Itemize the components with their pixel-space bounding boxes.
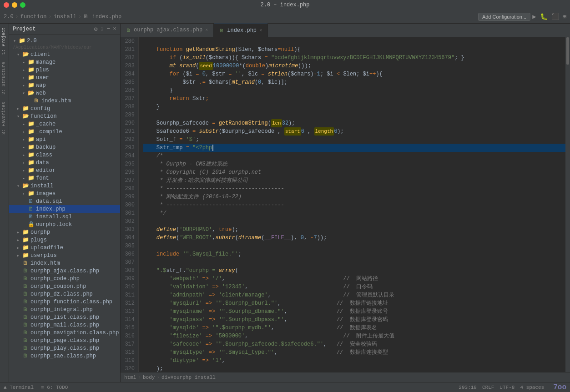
tree-item-client[interactable]: ▾ 📂 client xyxy=(9,50,120,58)
tree-item-function[interactable]: ▾ 📂 function xyxy=(9,112,120,120)
terminal-label[interactable]: ▲ Terminal xyxy=(4,385,34,390)
code-line-310: 'validation' => '12345', // 口令码 xyxy=(143,283,565,291)
editor-minimap-scrollbar[interactable] xyxy=(565,37,570,372)
sort-icon[interactable]: ↕ xyxy=(101,25,104,33)
editor-area: 🗎 ourphp_ajax.class.php × 🗎 index.php × … xyxy=(121,24,570,382)
file-tree-header: Project ⚙ ↕ − × xyxy=(9,24,120,35)
tree-item-ourphp-code[interactable]: 🗎 ourphp_code.php xyxy=(9,275,120,282)
code-line-289 xyxy=(143,111,565,119)
code-line-286: } xyxy=(143,86,565,95)
tree-item-class[interactable]: ▸ 📁 class xyxy=(9,151,120,159)
breadcrumb-div: div#ourphp_install xyxy=(161,375,216,380)
tree-item-uploadfile[interactable]: ▸ 📁 uploadfile xyxy=(9,244,120,251)
tree-root[interactable]: ▾ 📁 2.0 xyxy=(9,37,120,45)
code-area[interactable]: function getRandomString($len, $chars=nu… xyxy=(139,37,565,372)
tree-item-plus[interactable]: ▸ 📁 plus xyxy=(9,66,120,74)
code-line-314: 'mysqlpass' => '".$ourphp_dbpass."', // … xyxy=(143,316,565,324)
settings-icon[interactable]: ⚙ xyxy=(94,25,98,33)
stop-icon[interactable]: ⬛ xyxy=(551,13,559,20)
tree-item-userplus[interactable]: ▸ 📁 userplus xyxy=(9,251,120,259)
tree-item-ourphp-lock[interactable]: 🔒 ourphp.lock xyxy=(9,221,120,228)
file-tree-content[interactable]: ▾ 📁 2.0 /Applications/MAMP/htdocs/our ▾ … xyxy=(9,35,120,382)
tree-item-install[interactable]: ▾ 📂 install xyxy=(9,182,120,190)
scroll-thumb[interactable] xyxy=(566,37,569,65)
tree-item-font[interactable]: ▸ 📁 font xyxy=(9,174,120,182)
breadcrumb-bar: html › body › div#ourphp_install xyxy=(121,372,570,382)
traffic-lights[interactable] xyxy=(4,2,25,8)
tree-item-compile[interactable]: ▸ 📁 _compile xyxy=(9,128,120,136)
project-title: Project xyxy=(13,26,35,32)
title-bar: 2.0 – index.php xyxy=(0,0,570,10)
code-line-294: /* xyxy=(143,152,565,160)
tree-item-ourphp-play[interactable]: 🗎 ourphp_play.class.php xyxy=(9,344,120,352)
structure-panel-label[interactable]: 2: Structure xyxy=(0,58,9,98)
code-line-298: * ------------------------------------ xyxy=(143,185,565,193)
tab-close-ourphp-ajax[interactable]: × xyxy=(205,28,208,33)
tree-item-ourphp-page[interactable]: 🗎 ourphp_page.class.php xyxy=(9,337,120,344)
code-line-280 xyxy=(143,37,565,45)
tab-index-php[interactable]: 🗎 index.php × xyxy=(214,24,268,37)
status-right: 293:18 CRLF UTF-8 4 spaces 7oo xyxy=(459,383,566,392)
code-line-288: } xyxy=(143,103,565,111)
tree-item-data[interactable]: ▸ 📁 data xyxy=(9,159,120,166)
tree-item-ourphp-dz[interactable]: 🗎 ourphp_dz.class.php xyxy=(9,290,120,298)
tree-item-data-sql[interactable]: 🗎 data.sql xyxy=(9,197,120,205)
tree-item-images[interactable]: ▸ 📁 images xyxy=(9,190,120,197)
breadcrumb-html: html xyxy=(124,375,136,380)
run-icon[interactable]: ▶ xyxy=(532,13,536,20)
breadcrumb-file: 🗎 index.php xyxy=(83,13,121,20)
code-line-306: include '".$mysql_file."'; xyxy=(143,250,565,258)
tree-item-api[interactable]: ▸ 📁 api xyxy=(9,136,120,143)
tree-item-ourphp-mail[interactable]: 🗎 ourphp_mail.class.php xyxy=(9,321,120,329)
todo-label[interactable]: ≡ 6: TODO xyxy=(41,385,68,390)
tree-item-index-htm[interactable]: 🗎 index.htm xyxy=(9,97,120,105)
tabs-bar: 🗎 ourphp_ajax.class.php × 🗎 index.php × xyxy=(121,24,570,37)
tree-item-ourphp-integral[interactable]: 🗎 ourphp_integral.php xyxy=(9,306,120,313)
tree-item-backup[interactable]: ▸ 📁 backup xyxy=(9,143,120,151)
code-line-307 xyxy=(143,258,565,266)
favorites-panel-label[interactable]: 3: Favorites xyxy=(0,98,9,138)
tree-item-root-index-htm[interactable]: 🗎 index.htm xyxy=(9,259,120,267)
debug-icon[interactable]: 🐛 xyxy=(540,13,548,20)
close-button[interactable] xyxy=(4,2,9,8)
tree-item-cache[interactable]: ▸ 📁 _cache xyxy=(9,120,120,128)
editor-content[interactable]: 280 281 282 283 284 285 286 287 288 289 … xyxy=(121,37,570,372)
project-panel-label[interactable]: 1: Project xyxy=(0,24,9,58)
minimize-button[interactable] xyxy=(12,2,17,8)
tree-item-ourphp-navigation[interactable]: 🗎 ourphp_navigation.class.php xyxy=(9,329,120,337)
tree-item-ourphp-coupon[interactable]: 🗎 ourphp_coupon.php xyxy=(9,282,120,290)
tree-item-ourphp[interactable]: ▸ 📁 ourphp xyxy=(9,228,120,236)
encoding[interactable]: UTF-8 xyxy=(499,385,515,390)
code-line-291: $safecode6 = substr($ourphp_safecode , s… xyxy=(143,127,565,136)
tree-item-wap[interactable]: ▸ 📁 wap xyxy=(9,81,120,89)
tab-ourphp-ajax[interactable]: 🗎 ourphp_ajax.class.php × xyxy=(121,24,214,37)
tree-item-index-php[interactable]: 🗎 index.php xyxy=(9,205,120,213)
tree-item-ourphp-sae[interactable]: 🗎 ourphp_sae.class.php xyxy=(9,352,120,360)
tree-item-manage[interactable]: ▸ 📁 manage xyxy=(9,58,120,66)
tree-item-ourphp-ajax[interactable]: 🗎 ourphp_ajax.class.php xyxy=(9,267,120,275)
tree-item-editor[interactable]: ▸ 📁 editor xyxy=(9,166,120,174)
collapse-icon[interactable]: − xyxy=(106,25,110,33)
code-line-312: 'mysqlurl' => '".$ourphp_dburl."', // 数据… xyxy=(143,299,565,307)
code-line-313: 'mysqlname' => '".$ourphp_dbname."', // … xyxy=(143,307,565,316)
tree-item-config[interactable]: ▸ 📁 config xyxy=(9,105,120,112)
code-line-285: $str .= $chars[mt_rand(0, $lc)]; xyxy=(143,78,565,86)
tree-item-web[interactable]: ▾ 📂 web xyxy=(9,89,120,97)
split-icon[interactable]: ⊞ xyxy=(563,13,566,20)
tree-item-user[interactable]: ▸ 📁 user xyxy=(9,74,120,81)
tree-item-plugs[interactable]: ▸ 📁 plugs xyxy=(9,236,120,244)
close-tree-icon[interactable]: × xyxy=(113,25,116,33)
code-line-281: function getRandomString($len, $chars=nu… xyxy=(143,45,565,54)
indent-info[interactable]: 4 spaces xyxy=(520,385,544,390)
add-configuration-button[interactable]: Add Configuration... xyxy=(478,13,530,21)
code-line-299: * 网站配置文件 (2016-10-22) xyxy=(143,193,565,201)
tab-label-ourphp-ajax: ourphp_ajax.class.php xyxy=(134,27,202,33)
tree-item-ourphp-function[interactable]: 🗎 ourphp_function.class.php xyxy=(9,298,120,306)
breadcrumb-function: function xyxy=(20,14,47,20)
toolbar: 2.0 › function › install › 🗎 index.php A… xyxy=(0,10,570,24)
tree-item-ourphp-list[interactable]: 🗎 ourphp_list.class.php xyxy=(9,313,120,321)
zoom-button[interactable] xyxy=(20,2,25,8)
tab-close-index-php[interactable]: × xyxy=(259,28,262,33)
line-ending[interactable]: CRLF xyxy=(482,385,494,390)
tree-item-install-sql[interactable]: 🗎 install.sql xyxy=(9,213,120,221)
